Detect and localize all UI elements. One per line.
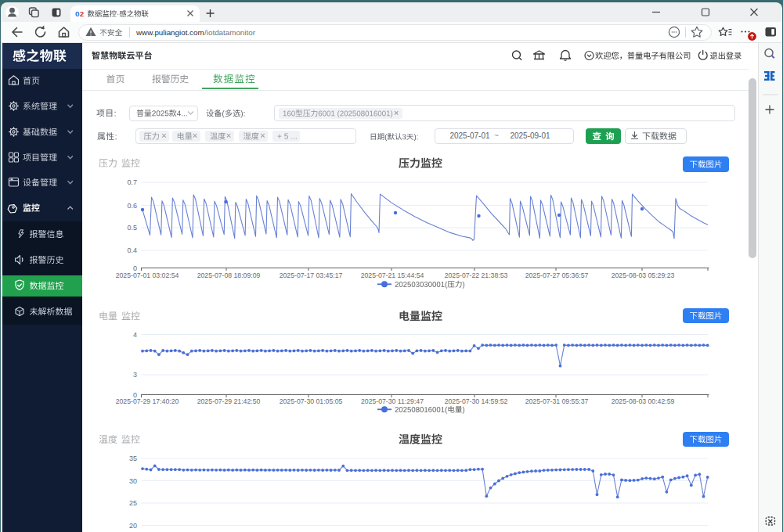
svg-text:/iotdatamonitor: /iotdatamonitor bbox=[204, 28, 256, 37]
svg-text:2025-07-29 17:40:20: 2025-07-29 17:40:20 bbox=[116, 397, 179, 405]
svg-text:2025-07-22 21:38:53: 2025-07-22 21:38:53 bbox=[445, 271, 508, 279]
svg-text:~: ~ bbox=[494, 131, 499, 140]
svg-text:2025-08-03 00:42:59: 2025-08-03 00:42:59 bbox=[612, 397, 675, 405]
svg-text:2025-07-01: 2025-07-01 bbox=[449, 131, 490, 140]
svg-text:2025-07-30 11:29:47: 2025-07-30 11:29:47 bbox=[361, 397, 424, 405]
svg-text:0.6: 0.6 bbox=[127, 202, 137, 210]
svg-text:4: 4 bbox=[133, 331, 137, 339]
svg-text:25: 25 bbox=[129, 499, 137, 507]
svg-text:2025-07-30 14:59:52: 2025-07-30 14:59:52 bbox=[445, 397, 508, 405]
svg-text:30: 30 bbox=[129, 477, 137, 485]
svg-text:2025-07-01 03:02:54: 2025-07-01 03:02:54 bbox=[116, 271, 179, 279]
svg-text:2025-07-31 09:55:37: 2025-07-31 09:55:37 bbox=[525, 397, 589, 405]
svg-text:2: 2 bbox=[80, 9, 85, 18]
svg-text:2025-07-30 01:05:05: 2025-07-30 01:05:05 bbox=[280, 397, 343, 405]
svg-text:3: 3 bbox=[133, 371, 137, 379]
svg-text:2025-09-01: 2025-09-01 bbox=[510, 131, 550, 140]
svg-text:2025-08-03 05:29:23: 2025-08-03 05:29:23 bbox=[612, 271, 675, 279]
svg-text:0.5: 0.5 bbox=[127, 224, 137, 232]
svg-text:2025-07-17 03:45:17: 2025-07-17 03:45:17 bbox=[280, 271, 343, 279]
svg-text:2025-07-27 05:36:57: 2025-07-27 05:36:57 bbox=[525, 271, 589, 279]
svg-text:20: 20 bbox=[129, 522, 137, 530]
svg-text:0.7: 0.7 bbox=[127, 178, 137, 186]
svg-text:35: 35 bbox=[129, 455, 137, 462]
svg-text:www.puliangiot.com: www.puliangiot.com bbox=[135, 28, 204, 37]
svg-text:0.4: 0.4 bbox=[127, 246, 137, 254]
svg-text:2025-07-21 15:44:54: 2025-07-21 15:44:54 bbox=[361, 271, 424, 279]
svg-text:2025-07-29 21:42:50: 2025-07-29 21:42:50 bbox=[197, 397, 261, 405]
svg-text:2025-07-08 18:09:09: 2025-07-08 18:09:09 bbox=[197, 271, 261, 279]
